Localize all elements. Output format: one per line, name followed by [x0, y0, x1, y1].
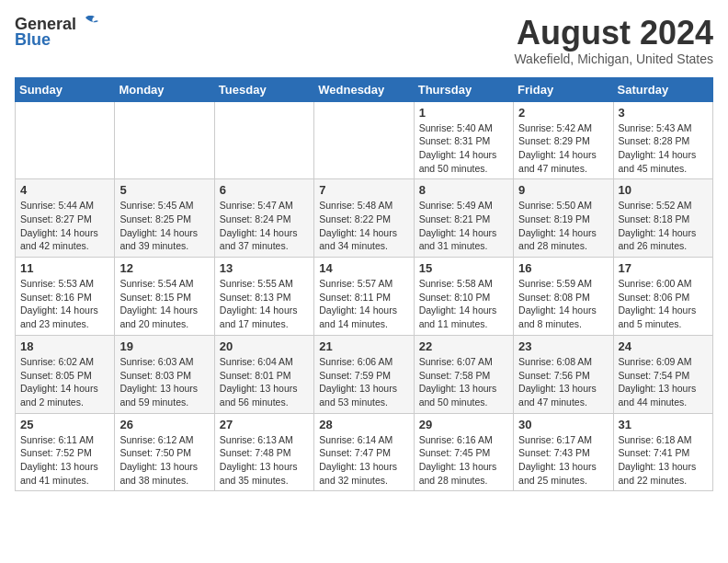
calendar-day-cell: 21Sunrise: 6:06 AMSunset: 7:59 PMDayligh…: [314, 335, 414, 413]
day-of-week-header: Tuesday: [214, 77, 313, 101]
day-info: Sunrise: 6:12 AMSunset: 7:50 PMDaylight:…: [119, 433, 209, 488]
calendar-day-cell: 9Sunrise: 5:50 AMSunset: 8:19 PMDaylight…: [514, 179, 613, 258]
day-info: Sunrise: 6:09 AMSunset: 7:54 PMDaylight:…: [619, 355, 708, 409]
day-number: 10: [619, 183, 708, 197]
day-info: Sunrise: 5:43 AMSunset: 8:28 PMDaylight:…: [619, 121, 708, 176]
day-number: 22: [419, 339, 508, 353]
day-number: 16: [518, 261, 608, 275]
day-number: 21: [319, 339, 408, 353]
day-number: 3: [619, 106, 708, 120]
calendar-day-cell: 22Sunrise: 6:07 AMSunset: 7:58 PMDayligh…: [414, 335, 513, 413]
day-number: 28: [319, 418, 408, 431]
logo-blue-text: Blue: [15, 30, 51, 50]
day-info: Sunrise: 5:50 AMSunset: 8:19 PMDaylight:…: [518, 199, 608, 253]
calendar-day-cell: 27Sunrise: 6:13 AMSunset: 7:48 PMDayligh…: [214, 413, 313, 491]
day-number: 11: [20, 261, 109, 275]
calendar-table: SundayMondayTuesdayWednesdayThursdayFrid…: [15, 77, 713, 492]
day-number: 29: [419, 418, 508, 431]
day-info: Sunrise: 5:47 AMSunset: 8:24 PMDaylight:…: [220, 199, 309, 253]
day-info: Sunrise: 6:04 AMSunset: 8:01 PMDaylight:…: [220, 355, 309, 409]
day-info: Sunrise: 6:07 AMSunset: 7:58 PMDaylight:…: [419, 355, 508, 409]
day-of-week-header: Saturday: [613, 77, 712, 101]
day-number: 13: [220, 261, 309, 275]
day-info: Sunrise: 6:18 AMSunset: 7:41 PMDaylight:…: [619, 433, 708, 488]
day-number: 20: [220, 339, 309, 353]
day-number: 1: [419, 106, 508, 120]
calendar-day-cell: 28Sunrise: 6:14 AMSunset: 7:47 PMDayligh…: [314, 413, 414, 491]
day-info: Sunrise: 5:59 AMSunset: 8:08 PMDaylight:…: [518, 277, 608, 331]
day-info: Sunrise: 5:49 AMSunset: 8:21 PMDaylight:…: [419, 199, 508, 253]
calendar-day-cell: 31Sunrise: 6:18 AMSunset: 7:41 PMDayligh…: [613, 413, 712, 491]
location-subtitle: Wakefield, Michigan, United States: [514, 52, 713, 66]
day-info: Sunrise: 5:54 AMSunset: 8:15 PMDaylight:…: [119, 277, 209, 331]
page-header: General Blue August 2024 Wakefield, Mich…: [15, 15, 713, 66]
calendar-day-cell: 24Sunrise: 6:09 AMSunset: 7:54 PMDayligh…: [613, 335, 712, 413]
calendar-day-cell: 5Sunrise: 5:45 AMSunset: 8:25 PMDaylight…: [115, 179, 214, 258]
day-info: Sunrise: 5:57 AMSunset: 8:11 PMDaylight:…: [319, 277, 408, 331]
calendar-day-cell: 12Sunrise: 5:54 AMSunset: 8:15 PMDayligh…: [115, 258, 214, 336]
day-info: Sunrise: 5:44 AMSunset: 8:27 PMDaylight:…: [20, 199, 109, 253]
calendar-day-cell: 18Sunrise: 6:02 AMSunset: 8:05 PMDayligh…: [16, 335, 115, 413]
calendar-day-cell: [115, 101, 214, 179]
day-number: 14: [319, 261, 408, 275]
calendar-day-cell: 16Sunrise: 5:59 AMSunset: 8:08 PMDayligh…: [514, 258, 613, 336]
day-number: 23: [518, 339, 608, 353]
day-info: Sunrise: 6:11 AMSunset: 7:52 PMDaylight:…: [20, 433, 109, 488]
calendar-day-cell: 2Sunrise: 5:42 AMSunset: 8:29 PMDaylight…: [514, 101, 613, 179]
calendar-day-cell: [214, 101, 313, 179]
calendar-day-cell: 8Sunrise: 5:49 AMSunset: 8:21 PMDaylight…: [414, 179, 513, 258]
day-info: Sunrise: 5:40 AMSunset: 8:31 PMDaylight:…: [419, 121, 508, 176]
day-info: Sunrise: 6:00 AMSunset: 8:06 PMDaylight:…: [619, 277, 708, 331]
day-number: 6: [220, 183, 309, 197]
day-of-week-header: Thursday: [414, 77, 513, 101]
calendar-day-cell: 17Sunrise: 6:00 AMSunset: 8:06 PMDayligh…: [613, 258, 712, 336]
day-info: Sunrise: 6:03 AMSunset: 8:03 PMDaylight:…: [119, 355, 209, 409]
calendar-day-cell: 20Sunrise: 6:04 AMSunset: 8:01 PMDayligh…: [214, 335, 313, 413]
calendar-day-cell: 29Sunrise: 6:16 AMSunset: 7:45 PMDayligh…: [414, 413, 513, 491]
day-number: 8: [419, 183, 508, 197]
calendar-day-cell: [16, 101, 115, 179]
day-info: Sunrise: 6:08 AMSunset: 7:56 PMDaylight:…: [518, 355, 608, 409]
day-number: 9: [518, 183, 608, 197]
day-number: 31: [619, 418, 708, 431]
title-block: August 2024 Wakefield, Michigan, United …: [514, 15, 713, 66]
day-info: Sunrise: 5:58 AMSunset: 8:10 PMDaylight:…: [419, 277, 508, 331]
day-info: Sunrise: 5:45 AMSunset: 8:25 PMDaylight:…: [119, 199, 209, 253]
day-number: 26: [119, 418, 209, 431]
day-number: 2: [518, 106, 608, 120]
day-info: Sunrise: 6:14 AMSunset: 7:47 PMDaylight:…: [319, 433, 408, 488]
calendar-day-cell: 13Sunrise: 5:55 AMSunset: 8:13 PMDayligh…: [214, 258, 313, 336]
day-number: 12: [119, 261, 209, 275]
logo: General Blue: [15, 15, 98, 50]
day-of-week-header: Friday: [514, 77, 613, 101]
logo-bird-icon: [78, 16, 98, 32]
day-number: 24: [619, 339, 708, 353]
calendar-day-cell: 11Sunrise: 5:53 AMSunset: 8:16 PMDayligh…: [16, 258, 115, 336]
calendar-day-cell: 10Sunrise: 5:52 AMSunset: 8:18 PMDayligh…: [613, 179, 712, 258]
day-number: 5: [119, 183, 209, 197]
day-info: Sunrise: 6:17 AMSunset: 7:43 PMDaylight:…: [518, 433, 608, 488]
calendar-day-cell: 6Sunrise: 5:47 AMSunset: 8:24 PMDaylight…: [214, 179, 313, 258]
day-info: Sunrise: 5:52 AMSunset: 8:18 PMDaylight:…: [619, 199, 708, 253]
day-number: 18: [20, 339, 109, 353]
day-of-week-header: Sunday: [16, 77, 115, 101]
calendar-day-cell: 14Sunrise: 5:57 AMSunset: 8:11 PMDayligh…: [314, 258, 414, 336]
day-info: Sunrise: 6:02 AMSunset: 8:05 PMDaylight:…: [20, 355, 109, 409]
day-number: 17: [619, 261, 708, 275]
day-number: 25: [20, 418, 109, 431]
day-info: Sunrise: 6:06 AMSunset: 7:59 PMDaylight:…: [319, 355, 408, 409]
calendar-day-cell: 4Sunrise: 5:44 AMSunset: 8:27 PMDaylight…: [16, 179, 115, 258]
day-number: 30: [518, 418, 608, 431]
day-info: Sunrise: 5:48 AMSunset: 8:22 PMDaylight:…: [319, 199, 408, 253]
day-number: 4: [20, 183, 109, 197]
calendar-header-row: SundayMondayTuesdayWednesdayThursdayFrid…: [16, 77, 713, 101]
day-number: 19: [119, 339, 209, 353]
day-of-week-header: Monday: [115, 77, 214, 101]
day-number: 15: [419, 261, 508, 275]
calendar-week-row: 11Sunrise: 5:53 AMSunset: 8:16 PMDayligh…: [16, 258, 713, 336]
calendar-week-row: 18Sunrise: 6:02 AMSunset: 8:05 PMDayligh…: [16, 335, 713, 413]
month-year-title: August 2024: [514, 15, 713, 52]
calendar-day-cell: 23Sunrise: 6:08 AMSunset: 7:56 PMDayligh…: [514, 335, 613, 413]
day-info: Sunrise: 5:42 AMSunset: 8:29 PMDaylight:…: [518, 121, 608, 176]
day-info: Sunrise: 5:53 AMSunset: 8:16 PMDaylight:…: [20, 277, 109, 331]
